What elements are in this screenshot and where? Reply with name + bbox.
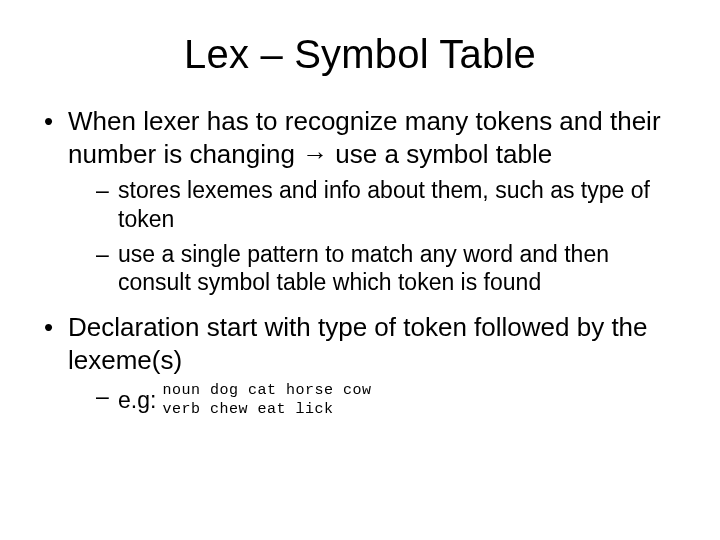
bullet-item: When lexer has to recognize many tokens …: [40, 105, 680, 297]
sub-bullet-item: stores lexemes and info about them, such…: [96, 176, 680, 234]
example-wrap: e.g: noun dog cat horse cow verb chew ea…: [118, 382, 680, 420]
sub-bullet-list: e.g: noun dog cat horse cow verb chew ea…: [96, 382, 680, 420]
slide-title: Lex – Symbol Table: [40, 32, 680, 77]
sub-bullet-text: use a single pattern to match any word a…: [118, 241, 609, 296]
slide: Lex – Symbol Table When lexer has to rec…: [0, 0, 720, 540]
bullet-text: Declaration start with type of token fol…: [68, 312, 648, 375]
bullet-item: Declaration start with type of token fol…: [40, 311, 680, 420]
sub-bullet-item: e.g: noun dog cat horse cow verb chew ea…: [96, 382, 680, 420]
sub-bullet-text: stores lexemes and info about them, such…: [118, 177, 650, 232]
example-label: e.g:: [118, 386, 156, 415]
example-code: noun dog cat horse cow verb chew eat lic…: [162, 382, 371, 420]
sub-bullet-item: use a single pattern to match any word a…: [96, 240, 680, 298]
sub-bullet-list: stores lexemes and info about them, such…: [96, 176, 680, 297]
arrow-icon: →: [302, 139, 328, 169]
bullet-list: When lexer has to recognize many tokens …: [40, 105, 680, 420]
bullet-text-post: use a symbol table: [328, 139, 552, 169]
